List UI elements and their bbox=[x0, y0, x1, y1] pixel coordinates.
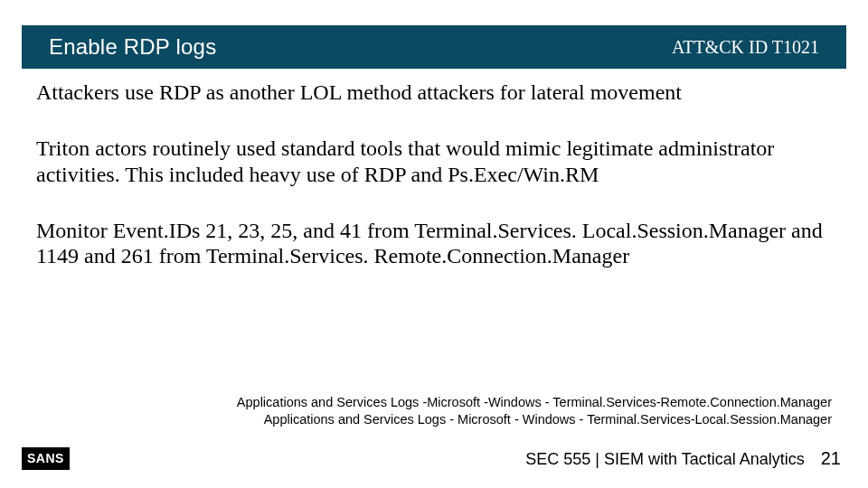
slide-title: Enable RDP logs bbox=[49, 34, 216, 60]
page-number: 21 bbox=[821, 448, 841, 469]
note-line-1: Applications and Services Logs -Microsof… bbox=[237, 394, 832, 411]
body-paragraph-2: Triton actors routinely used standard to… bbox=[36, 136, 832, 187]
footer-right: SEC 555 | SIEM with Tactical Analytics 2… bbox=[525, 448, 841, 469]
note-line-2: Applications and Services Logs - Microso… bbox=[237, 411, 832, 428]
slide-body: Attackers use RDP as another LOL method … bbox=[36, 80, 832, 300]
slide: Enable RDP logs ATT&CK ID T1021 Attacker… bbox=[0, 0, 868, 488]
body-paragraph-3: Monitor Event.IDs 21, 23, 25, and 41 fro… bbox=[36, 218, 832, 269]
body-paragraph-1: Attackers use RDP as another LOL method … bbox=[36, 80, 832, 105]
slide-footer: SANS SEC 555 | SIEM with Tactical Analyt… bbox=[0, 443, 868, 474]
course-label: SEC 555 | SIEM with Tactical Analytics bbox=[525, 450, 804, 469]
sans-logo: SANS bbox=[22, 447, 70, 470]
attck-id: ATT&CK ID T1021 bbox=[672, 37, 819, 58]
title-bar: Enable RDP logs ATT&CK ID T1021 bbox=[22, 25, 846, 69]
log-path-notes: Applications and Services Logs -Microsof… bbox=[237, 394, 832, 428]
